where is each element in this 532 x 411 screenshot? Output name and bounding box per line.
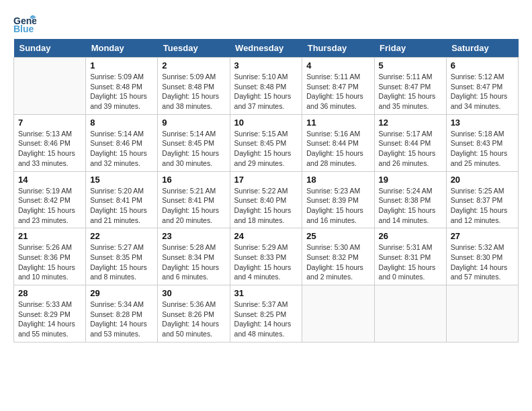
day-number: 14 <box>18 175 81 185</box>
day-info: Sunrise: 5:32 AM Sunset: 8:30 PM Dayligh… <box>451 242 514 282</box>
calendar-table: SundayMondayTuesdayWednesdayThursdayFrid… <box>13 39 519 342</box>
calendar-day-cell: 18Sunrise: 5:23 AM Sunset: 8:39 PM Dayli… <box>302 171 374 228</box>
day-number: 1 <box>90 60 153 71</box>
calendar-day-cell: 29Sunrise: 5:34 AM Sunset: 8:28 PM Dayli… <box>86 285 158 342</box>
day-number: 3 <box>234 60 298 71</box>
calendar-day-cell: 12Sunrise: 5:17 AM Sunset: 8:44 PM Dayli… <box>374 114 446 171</box>
day-number: 12 <box>379 118 442 128</box>
calendar-week-row: 1Sunrise: 5:09 AM Sunset: 8:48 PM Daylig… <box>14 58 519 115</box>
calendar-day-cell: 5Sunrise: 5:11 AM Sunset: 8:47 PM Daylig… <box>374 58 446 115</box>
day-of-week-header: Wednesday <box>230 39 302 58</box>
calendar-day-cell: 24Sunrise: 5:29 AM Sunset: 8:33 PM Dayli… <box>230 228 302 285</box>
calendar-day-cell <box>446 285 518 342</box>
day-of-week-header: Sunday <box>14 39 86 58</box>
day-info: Sunrise: 5:14 AM Sunset: 8:46 PM Dayligh… <box>90 129 153 169</box>
day-info: Sunrise: 5:11 AM Sunset: 8:47 PM Dayligh… <box>379 72 442 111</box>
calendar-day-cell: 27Sunrise: 5:32 AM Sunset: 8:30 PM Dayli… <box>446 228 518 285</box>
day-of-week-header: Thursday <box>302 39 374 58</box>
calendar-day-cell: 14Sunrise: 5:19 AM Sunset: 8:42 PM Dayli… <box>14 171 86 228</box>
day-number: 24 <box>234 231 298 241</box>
day-number: 29 <box>90 288 153 298</box>
calendar-day-cell: 17Sunrise: 5:22 AM Sunset: 8:40 PM Dayli… <box>230 171 302 228</box>
calendar-day-cell: 10Sunrise: 5:15 AM Sunset: 8:45 PM Dayli… <box>230 114 302 171</box>
calendar-day-cell: 19Sunrise: 5:24 AM Sunset: 8:38 PM Dayli… <box>374 171 446 228</box>
svg-text:Blue: Blue <box>13 24 34 32</box>
day-number: 30 <box>162 288 225 298</box>
calendar-day-cell: 25Sunrise: 5:30 AM Sunset: 8:32 PM Dayli… <box>302 228 374 285</box>
day-number: 13 <box>451 118 514 128</box>
day-info: Sunrise: 5:22 AM Sunset: 8:40 PM Dayligh… <box>234 186 298 226</box>
day-info: Sunrise: 5:11 AM Sunset: 8:47 PM Dayligh… <box>306 72 369 111</box>
day-info: Sunrise: 5:09 AM Sunset: 8:48 PM Dayligh… <box>162 72 225 111</box>
day-of-week-header: Friday <box>374 39 446 58</box>
calendar-day-cell: 7Sunrise: 5:13 AM Sunset: 8:46 PM Daylig… <box>14 114 86 171</box>
day-info: Sunrise: 5:21 AM Sunset: 8:41 PM Dayligh… <box>162 186 225 226</box>
page-header: General Blue <box>13 13 519 32</box>
day-info: Sunrise: 5:29 AM Sunset: 8:33 PM Dayligh… <box>234 242 298 282</box>
calendar-day-cell <box>374 285 446 342</box>
day-number: 10 <box>234 118 298 128</box>
day-number: 8 <box>90 118 153 128</box>
day-info: Sunrise: 5:13 AM Sunset: 8:46 PM Dayligh… <box>18 129 81 169</box>
calendar-day-cell: 28Sunrise: 5:33 AM Sunset: 8:29 PM Dayli… <box>14 285 86 342</box>
day-info: Sunrise: 5:26 AM Sunset: 8:36 PM Dayligh… <box>18 242 81 282</box>
day-info: Sunrise: 5:17 AM Sunset: 8:44 PM Dayligh… <box>379 129 442 169</box>
calendar-week-row: 21Sunrise: 5:26 AM Sunset: 8:36 PM Dayli… <box>14 228 519 285</box>
calendar-day-cell: 31Sunrise: 5:37 AM Sunset: 8:25 PM Dayli… <box>230 285 302 342</box>
day-info: Sunrise: 5:16 AM Sunset: 8:44 PM Dayligh… <box>306 129 369 169</box>
calendar-day-cell: 2Sunrise: 5:09 AM Sunset: 8:48 PM Daylig… <box>158 58 230 115</box>
logo-icon: General Blue <box>13 13 36 32</box>
calendar-day-cell: 20Sunrise: 5:25 AM Sunset: 8:37 PM Dayli… <box>446 171 518 228</box>
day-info: Sunrise: 5:33 AM Sunset: 8:29 PM Dayligh… <box>18 300 81 339</box>
day-info: Sunrise: 5:27 AM Sunset: 8:35 PM Dayligh… <box>90 242 153 282</box>
calendar-day-cell: 4Sunrise: 5:11 AM Sunset: 8:47 PM Daylig… <box>302 58 374 115</box>
day-info: Sunrise: 5:30 AM Sunset: 8:32 PM Dayligh… <box>306 242 369 282</box>
day-number: 15 <box>90 175 153 185</box>
day-info: Sunrise: 5:36 AM Sunset: 8:26 PM Dayligh… <box>162 300 225 339</box>
calendar-day-cell: 22Sunrise: 5:27 AM Sunset: 8:35 PM Dayli… <box>86 228 158 285</box>
calendar-day-cell: 15Sunrise: 5:20 AM Sunset: 8:41 PM Dayli… <box>86 171 158 228</box>
day-number: 11 <box>306 118 369 128</box>
day-number: 4 <box>306 60 369 71</box>
day-number: 7 <box>18 118 81 128</box>
day-number: 6 <box>451 60 514 71</box>
calendar-week-row: 28Sunrise: 5:33 AM Sunset: 8:29 PM Dayli… <box>14 285 519 342</box>
day-info: Sunrise: 5:34 AM Sunset: 8:28 PM Dayligh… <box>90 300 153 339</box>
calendar-week-row: 14Sunrise: 5:19 AM Sunset: 8:42 PM Dayli… <box>14 171 519 228</box>
day-number: 17 <box>234 175 298 185</box>
day-number: 2 <box>162 60 225 71</box>
calendar-day-cell: 9Sunrise: 5:14 AM Sunset: 8:45 PM Daylig… <box>158 114 230 171</box>
day-info: Sunrise: 5:12 AM Sunset: 8:47 PM Dayligh… <box>451 72 514 111</box>
day-number: 21 <box>18 231 81 241</box>
day-number: 20 <box>451 175 514 185</box>
day-info: Sunrise: 5:37 AM Sunset: 8:25 PM Dayligh… <box>234 300 298 339</box>
calendar-day-cell: 21Sunrise: 5:26 AM Sunset: 8:36 PM Dayli… <box>14 228 86 285</box>
day-info: Sunrise: 5:25 AM Sunset: 8:37 PM Dayligh… <box>451 186 514 226</box>
day-of-week-header: Saturday <box>446 39 518 58</box>
calendar-header-row: SundayMondayTuesdayWednesdayThursdayFrid… <box>14 39 519 58</box>
day-number: 31 <box>234 288 298 298</box>
calendar-day-cell: 30Sunrise: 5:36 AM Sunset: 8:26 PM Dayli… <box>158 285 230 342</box>
calendar-day-cell: 16Sunrise: 5:21 AM Sunset: 8:41 PM Dayli… <box>158 171 230 228</box>
calendar-day-cell: 1Sunrise: 5:09 AM Sunset: 8:48 PM Daylig… <box>86 58 158 115</box>
day-info: Sunrise: 5:15 AM Sunset: 8:45 PM Dayligh… <box>234 129 298 169</box>
day-info: Sunrise: 5:14 AM Sunset: 8:45 PM Dayligh… <box>162 129 225 169</box>
day-number: 19 <box>379 175 442 185</box>
day-number: 22 <box>90 231 153 241</box>
day-number: 9 <box>162 118 225 128</box>
day-number: 26 <box>379 231 442 241</box>
day-number: 5 <box>379 60 442 71</box>
calendar-day-cell <box>14 58 86 115</box>
day-info: Sunrise: 5:10 AM Sunset: 8:48 PM Dayligh… <box>234 72 298 111</box>
day-number: 25 <box>306 231 369 241</box>
calendar-day-cell: 11Sunrise: 5:16 AM Sunset: 8:44 PM Dayli… <box>302 114 374 171</box>
day-of-week-header: Monday <box>86 39 158 58</box>
day-info: Sunrise: 5:20 AM Sunset: 8:41 PM Dayligh… <box>90 186 153 226</box>
day-info: Sunrise: 5:19 AM Sunset: 8:42 PM Dayligh… <box>18 186 81 226</box>
day-info: Sunrise: 5:24 AM Sunset: 8:38 PM Dayligh… <box>379 186 442 226</box>
day-info: Sunrise: 5:31 AM Sunset: 8:31 PM Dayligh… <box>379 242 442 282</box>
calendar-day-cell: 6Sunrise: 5:12 AM Sunset: 8:47 PM Daylig… <box>446 58 518 115</box>
logo: General Blue <box>13 13 36 32</box>
day-info: Sunrise: 5:28 AM Sunset: 8:34 PM Dayligh… <box>162 242 225 282</box>
day-number: 27 <box>451 231 514 241</box>
